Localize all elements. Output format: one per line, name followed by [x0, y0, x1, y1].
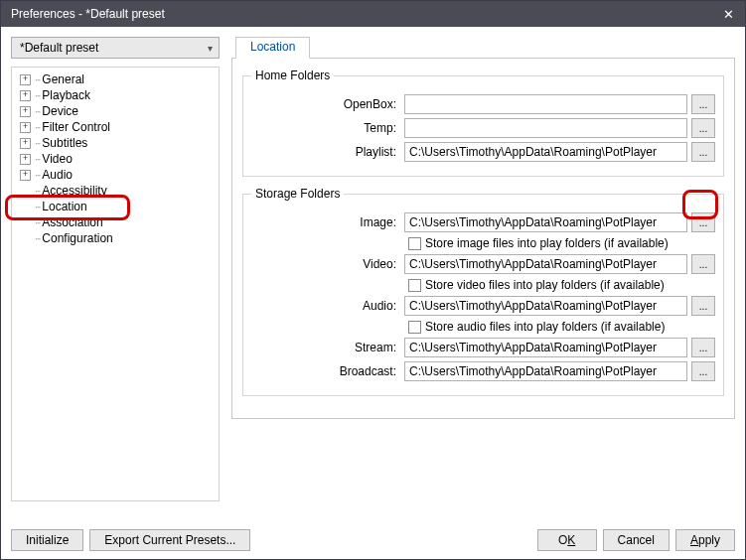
image-store-label: Store image files into play folders (if …: [425, 236, 669, 250]
tab-location[interactable]: Location: [235, 37, 310, 59]
expand-icon[interactable]: +: [20, 154, 31, 165]
storage-folders-legend: Storage Folders: [251, 187, 344, 201]
video-store-label: Store video files into play folders (if …: [425, 278, 665, 292]
temp-browse-button[interactable]: ...: [691, 118, 715, 138]
audio-label: Audio:: [251, 299, 400, 313]
temp-input[interactable]: [404, 118, 687, 138]
stream-input[interactable]: C:\Users\Timothy\AppData\Roaming\PotPlay…: [404, 338, 687, 357]
bottom-button-bar: Initialize Export Current Presets... OK …: [11, 519, 735, 551]
video-store-checkbox[interactable]: [408, 279, 421, 292]
cancel-button[interactable]: Cancel: [603, 529, 670, 551]
tree-item-subtitles[interactable]: +···Subtitles: [14, 135, 217, 151]
image-input[interactable]: C:\Users\Timothy\AppData\Roaming\PotPlay…: [404, 212, 687, 232]
expand-icon[interactable]: +: [20, 170, 31, 181]
audio-store-checkbox[interactable]: [408, 321, 421, 334]
home-folders-group: Home Folders OpenBox: ... Temp: ...: [242, 69, 724, 177]
preset-selected-text: *Default preset: [20, 41, 208, 55]
playlist-label: Playlist:: [251, 145, 400, 159]
expand-icon[interactable]: +: [20, 74, 31, 85]
expand-icon[interactable]: +: [20, 122, 31, 133]
tree-item-playback[interactable]: +···Playback: [14, 87, 217, 103]
image-browse-button[interactable]: ...: [691, 212, 715, 232]
stream-browse-button[interactable]: ...: [691, 338, 715, 357]
titlebar: Preferences - *Default preset ✕: [1, 1, 745, 27]
close-button[interactable]: ✕: [717, 5, 739, 23]
video-label: Video:: [251, 257, 400, 271]
storage-folders-group: Storage Folders Image: C:\Users\Timothy\…: [242, 187, 724, 396]
tab-bar: Location: [231, 37, 735, 59]
tree-item-general[interactable]: +···General: [14, 71, 217, 87]
playlist-browse-button[interactable]: ...: [691, 142, 715, 162]
apply-button[interactable]: Apply: [675, 529, 735, 551]
export-presets-button[interactable]: Export Current Presets...: [89, 529, 250, 551]
tree-item-filter-control[interactable]: +···Filter Control: [14, 119, 217, 135]
content-area: *Default preset ▾ +···General +···Playba…: [1, 27, 745, 559]
tree-item-configuration[interactable]: ···Configuration: [14, 230, 217, 246]
openbox-label: OpenBox:: [251, 97, 400, 111]
chevron-down-icon: ▾: [208, 43, 213, 54]
tree-item-video[interactable]: +···Video: [14, 151, 217, 167]
video-browse-button[interactable]: ...: [691, 254, 715, 274]
ok-button[interactable]: OK: [537, 529, 597, 551]
close-icon: ✕: [723, 7, 734, 22]
broadcast-browse-button[interactable]: ...: [691, 361, 715, 381]
video-input[interactable]: C:\Users\Timothy\AppData\Roaming\PotPlay…: [404, 254, 687, 274]
audio-input[interactable]: C:\Users\Timothy\AppData\Roaming\PotPlay…: [404, 296, 687, 316]
tree-item-accessibility[interactable]: ···Accessibility: [14, 183, 217, 199]
expand-icon[interactable]: +: [20, 106, 31, 117]
initialize-button[interactable]: Initialize: [11, 529, 83, 551]
image-store-checkbox[interactable]: [408, 237, 421, 250]
broadcast-input[interactable]: C:\Users\Timothy\AppData\Roaming\PotPlay…: [404, 361, 687, 381]
playlist-input[interactable]: C:\Users\Timothy\AppData\Roaming\PotPlay…: [404, 142, 687, 162]
preset-dropdown[interactable]: *Default preset ▾: [11, 37, 220, 59]
category-tree[interactable]: +···General +···Playback +···Device +···…: [11, 67, 220, 501]
audio-store-label: Store audio files into play folders (if …: [425, 320, 665, 334]
window-title: Preferences - *Default preset: [11, 7, 717, 21]
expand-icon[interactable]: +: [20, 138, 31, 149]
home-folders-legend: Home Folders: [251, 69, 334, 82]
expand-icon[interactable]: +: [20, 90, 31, 101]
tree-item-audio[interactable]: +···Audio: [14, 167, 217, 183]
audio-browse-button[interactable]: ...: [691, 296, 715, 316]
tree-item-device[interactable]: +···Device: [14, 103, 217, 119]
openbox-browse-button[interactable]: ...: [691, 94, 715, 114]
openbox-input[interactable]: [404, 94, 687, 114]
stream-label: Stream:: [251, 341, 400, 354]
preferences-window: Preferences - *Default preset ✕ *Default…: [0, 0, 746, 560]
tree-item-location[interactable]: ···Location: [14, 199, 217, 214]
broadcast-label: Broadcast:: [251, 364, 400, 378]
tree-item-association[interactable]: ···Association: [14, 214, 217, 230]
location-pane: Home Folders OpenBox: ... Temp: ...: [231, 58, 735, 419]
temp-label: Temp:: [251, 121, 400, 135]
image-label: Image:: [251, 215, 400, 229]
